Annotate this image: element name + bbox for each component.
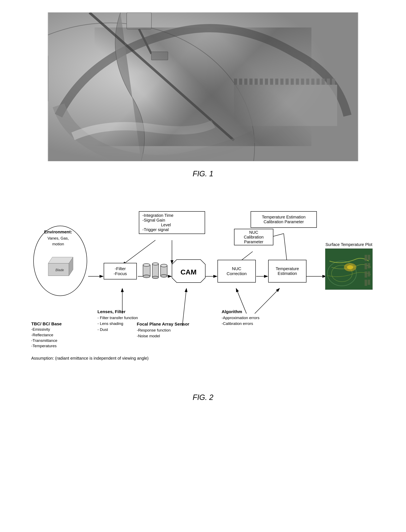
tbc-text: TBC/ BC/ Base -Emissivity -Reflectance -… [31,321,62,349]
svg-rect-3 [234,78,237,85]
svg-rect-2 [234,85,337,126]
svg-rect-48 [143,265,150,276]
svg-rect-8 [260,78,263,85]
surface-temperature-plot [325,248,373,290]
lenses-filter-title: Lenses, Filter [97,308,138,315]
fig2-diagram: Blade Environment: Vanes, Gas, motion -F… [27,199,379,385]
cam-box: CAM [172,259,206,283]
svg-rect-19 [316,78,319,85]
svg-rect-7 [254,78,258,85]
svg-rect-20 [322,78,325,85]
filter-focus-box: -Filter -Focus [104,263,137,280]
svg-rect-4 [239,78,242,85]
temp-cal-param-box: Temperature Estimation Calibration Param… [251,211,317,228]
svg-point-56 [160,274,167,277]
svg-point-53 [152,276,159,279]
svg-point-50 [143,275,150,278]
svg-marker-45 [48,257,73,263]
environment-subtitle: Vanes, Gas, [36,236,80,241]
temp-cal-param-label: Temperature Estimation Calibration Param… [253,215,315,224]
assumption-text: Assumption: (radiant emittance is indepe… [31,356,149,361]
nuc-correction-line1: NUC [227,266,247,271]
lenses-filter-item3: - Dust [97,327,138,333]
svg-rect-68 [365,271,367,278]
fpa-item2: -Noise model [137,333,189,339]
nuc-cal-line2: Calibration [244,235,264,239]
svg-line-40 [182,288,186,326]
svg-line-24 [139,29,152,54]
fig1-label: FIG. 1 [193,169,213,178]
svg-rect-23 [127,13,152,29]
lenses-filter-text: Lenses, Filter - Filter transfer functio… [97,308,138,333]
tbc-item2: -Reflectance [31,332,62,338]
svg-rect-6 [249,78,253,85]
svg-rect-9 [265,78,268,85]
svg-point-55 [160,264,167,267]
lens-symbol [142,262,171,280]
svg-point-63 [347,265,353,269]
filter-line1: -Filter [115,266,126,271]
svg-rect-64 [365,255,367,261]
svg-rect-16 [301,78,304,85]
svg-rect-70 [365,280,367,286]
svg-rect-66 [365,263,367,269]
algo-item2: -Calibration errors [222,321,260,327]
svg-rect-51 [152,264,159,277]
tbc-item3: -Transmittance [31,338,62,343]
tbc-title: TBC/ BC/ Base [31,321,62,327]
svg-rect-65 [368,255,370,260]
fpa-item1: -Response function [137,327,189,333]
svg-rect-14 [291,78,294,85]
fig1-container: FIG. 1 [37,12,369,178]
svg-line-35 [122,240,155,265]
fpa-title: Focal Plane Array Sensor [137,321,189,327]
svg-rect-22 [332,78,335,85]
fpa-text: Focal Plane Array Sensor -Response funct… [137,321,189,339]
svg-rect-13 [286,78,289,85]
top-line3: Level [142,223,171,227]
filter-line2: -Focus [114,271,127,276]
lenses-filter-item1: - Filter transfer function [97,315,138,321]
top-line1: -Integration Time [142,213,174,218]
algo-item1: -Approximation errors [222,315,260,321]
svg-rect-12 [280,78,283,85]
svg-rect-71 [368,280,370,285]
svg-point-49 [143,264,150,266]
svg-rect-25 [152,52,168,60]
tbc-item1: -Emissivity [31,327,62,332]
svg-point-52 [152,263,159,265]
top-parameters-box: -Integration Time -Signal Gain Level -Tr… [139,211,205,234]
svg-rect-10 [270,78,273,85]
gear-teeth [203,83,327,145]
svg-rect-0 [48,13,358,161]
tbc-item4: -Temperatures [31,343,62,349]
svg-rect-18 [312,78,315,85]
svg-rect-5 [244,78,247,85]
svg-text:Blade: Blade [55,268,64,272]
top-line2: -Signal Gain [142,218,165,223]
top-line4: -Trigger signal [142,227,169,232]
algo-title: Algorithm [222,308,260,315]
surface-plot-label: Surface Temperature Plot [325,242,373,247]
svg-rect-11 [275,78,278,85]
svg-text:CAM: CAM [181,268,196,276]
nuc-cal-param-box: NUC Calibration Parameter [234,229,273,245]
fig1-image [48,12,358,161]
nuc-cal-line1: NUC [244,230,264,235]
svg-rect-15 [296,78,299,85]
fig2-container: Blade Environment: Vanes, Gas, motion -F… [27,199,379,402]
algorithm-text: Algorithm -Approximation errors -Calibra… [222,308,260,327]
svg-rect-67 [368,263,370,268]
nuc-correction-line2: Correction [227,271,247,276]
svg-rect-69 [368,271,370,277]
fig2-label: FIG. 2 [193,393,213,402]
svg-rect-17 [306,78,309,85]
environment-motion: motion [36,242,80,246]
nuc-correction-box: NUC Correction [218,260,256,283]
svg-rect-21 [327,78,330,85]
nuc-cal-line3: Parameter [244,239,264,244]
lenses-filter-item2: - Lens shading [97,321,138,327]
environment-title: Environment: [36,229,80,234]
temperature-estimation-box: Temperature Estimation [268,260,306,283]
temp-estimation-label: Temperature Estimation [268,266,306,276]
